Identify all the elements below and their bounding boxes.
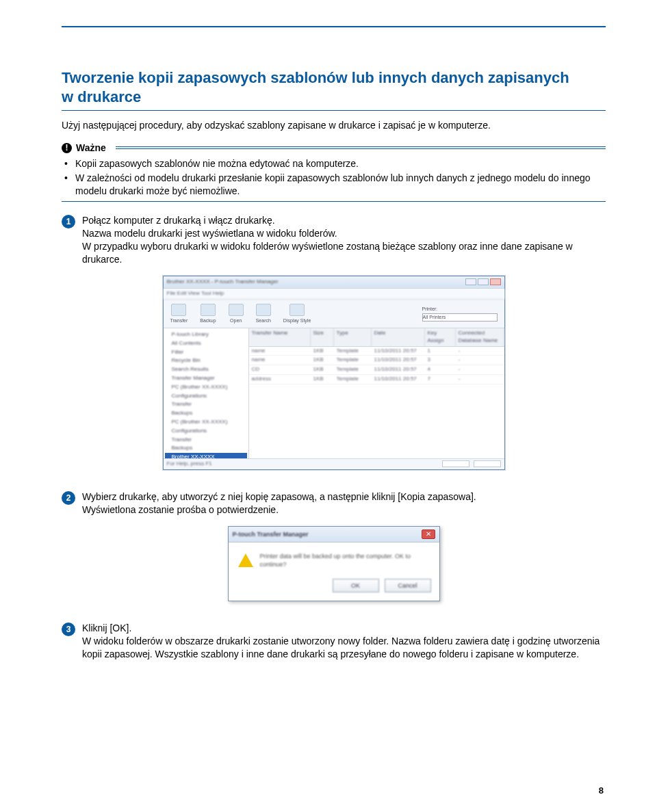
tree-node-selected[interactable]: Brother XX-XXXX [165,453,247,458]
important-icon: ! [62,143,72,153]
top-rule [62,26,606,27]
step-badge-3: 3 [62,623,75,636]
col-transfer-name[interactable]: Transfer Name [249,328,311,346]
note-item-2: W zależności od modelu drukarki przesłan… [75,172,606,198]
table-row[interactable]: name1KBTemplate11/10/2011 20:571- [249,347,504,356]
warning-icon [238,553,253,567]
step-3: 3 Kliknij [OK]. W widoku folderów w obsz… [62,622,606,661]
section-title: Tworzenie kopii zapasowych szablonów lub… [62,68,606,106]
table-row[interactable]: address1KBTemplate11/10/2011 20:577- [249,375,504,384]
tm-title-text: Brother XX-XXXX - P-touch Transfer Manag… [167,278,463,286]
note-bottom-rule [62,201,606,202]
close-button[interactable] [490,278,501,285]
window-buttons [465,278,501,285]
printer-select[interactable]: All Printers [422,313,498,322]
dialog-close-button[interactable]: ✕ [422,529,435,539]
tree-node[interactable]: Configurations [165,427,247,436]
minimize-button[interactable] [465,278,476,285]
col-date[interactable]: Date [372,328,425,346]
note-item-1: Kopii zapasowych szablonów nie można edy… [75,157,359,170]
maximize-button[interactable] [478,278,489,285]
col-db[interactable]: Connected Database Name [456,328,504,346]
tm-toolbar: Transfer Backup Open Search Display Styl… [164,300,504,328]
step-badge-1: 1 [62,215,75,228]
step1-line1: Połącz komputer z drukarką i włącz druka… [82,214,606,227]
printer-label: Printer: [422,306,498,312]
tree-node[interactable]: PC (Brother XX-XXXX) [165,418,247,427]
toolbar-transfer[interactable]: Transfer [170,304,188,324]
tm-menubar[interactable]: File Edit View Tool Help [164,289,504,300]
tree-node[interactable]: P-touch Library [165,330,247,339]
dialog-message: Printer data will be backed up onto the … [260,552,430,569]
cancel-button[interactable]: Cancel [385,579,431,592]
col-size[interactable]: Size [311,328,334,346]
step2-line2: Wyświetlona zostanie prośba o potwierdze… [82,503,606,516]
tree-node[interactable]: Search Results [165,365,247,374]
tree-node[interactable]: Backups [165,409,247,418]
toolbar-open[interactable]: Open [229,304,244,324]
table-row[interactable]: CD1KBTemplate11/10/2011 20:574- [249,365,504,375]
tm-statusbar: For Help, press F1 [164,458,504,469]
tree-node[interactable]: All Contents [165,339,247,348]
title-line-2: w drukarce [62,88,141,105]
col-key[interactable]: Key Assign [425,328,456,346]
tree-node[interactable]: Filter [165,348,247,357]
page-number: 8 [599,785,604,797]
tree-node[interactable]: PC (Brother XX-XXXX) [165,383,247,392]
toolbar-search[interactable]: Search [256,304,271,324]
tree-node[interactable]: Recycle Bin [165,356,247,365]
step-badge-2: 2 [62,491,75,505]
step-1: 1 Połącz komputer z drukarką i włącz dru… [62,214,606,266]
tm-tree[interactable]: P-touch Library All Contents Filter Recy… [164,328,249,458]
transfer-icon [171,304,186,316]
important-label: Ważne [76,142,106,155]
important-note: ! Ważne • Kopii zapasowych szablonów nie… [62,142,606,202]
dialog-title: P-touch Transfer Manager [233,530,422,538]
step2-line1: Wybierz drukarkę, aby utworzyć z niej ko… [82,490,606,503]
toolbar-display-style[interactable]: Display Style [283,304,311,324]
tree-node[interactable]: Backups [165,444,247,453]
status-text: For Help, press F1 [167,460,438,468]
open-icon [229,304,244,316]
dialog-titlebar: P-touch Transfer Manager ✕ [229,527,439,542]
tm-list: Transfer Name Size Type Date Key Assign … [249,328,504,458]
toolbar-backup[interactable]: Backup [200,304,216,324]
ok-button[interactable]: OK [333,579,379,592]
status-box [474,460,501,467]
status-box [442,460,469,467]
step3-line1: Kliknij [OK]. [82,622,606,635]
transfer-manager-window: Brother XX-XXXX - P-touch Transfer Manag… [163,276,505,470]
col-type[interactable]: Type [334,328,372,346]
title-underline [62,110,606,111]
bullet-icon: • [64,157,71,170]
tree-node[interactable]: Transfer Manager [165,374,247,383]
step1-line3: W przypadku wyboru drukarki w widoku fol… [82,240,606,266]
bullet-icon: • [64,172,71,198]
step-2: 2 Wybierz drukarkę, aby utworzyć z niej … [62,490,606,516]
title-line-1: Tworzenie kopii zapasowych szablonów lub… [62,69,569,86]
step1-line2: Nazwa modelu drukarki jest wyświetlana w… [82,227,606,240]
tree-node[interactable]: Transfer [165,400,247,409]
tree-node[interactable]: Configurations [165,392,247,401]
backup-icon [201,304,216,316]
note-rule [116,146,606,149]
search-icon [256,304,271,316]
intro-paragraph: Użyj następującej procedury, aby odzyska… [62,119,606,132]
tm-list-header: Transfer Name Size Type Date Key Assign … [249,328,504,347]
table-row[interactable]: name1KBTemplate11/10/2011 20:573- [249,356,504,365]
confirm-dialog: P-touch Transfer Manager ✕ Printer data … [228,526,440,601]
display-style-icon [289,304,305,316]
step3-line2: W widoku folderów w obszarze drukarki zo… [82,635,606,661]
tree-node[interactable]: Transfer [165,436,247,445]
tm-titlebar: Brother XX-XXXX - P-touch Transfer Manag… [164,276,504,289]
